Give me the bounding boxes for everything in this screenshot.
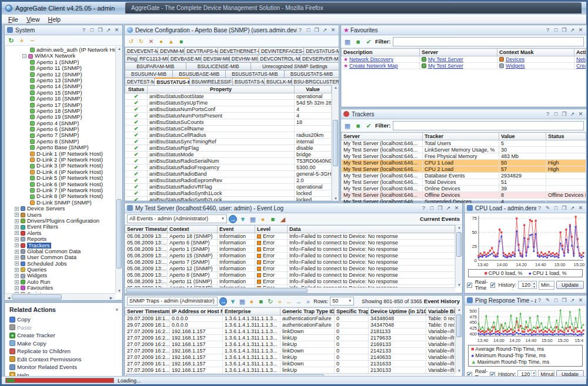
help-icon[interactable]: ?: [420, 205, 427, 211]
table-icon[interactable]: ▦: [238, 297, 246, 306]
expand-icon[interactable]: +: [15, 250, 19, 254]
tree-item[interactable]: Aperto 12 (SNMP): [5, 72, 115, 78]
table-row[interactable]: ★Network DiscoveryMy Test ServerDevicesN…: [342, 56, 586, 63]
float-icon[interactable]: ❐: [313, 27, 320, 33]
save-icon[interactable]: ■: [354, 38, 362, 46]
tab-devinterfaces-mib[interactable]: DEVINTERFACES-MIB: [259, 47, 304, 55]
tree-item[interactable]: admin.web_auth (IP Network Host): [5, 47, 115, 53]
context-link[interactable]: Widgets: [506, 63, 525, 69]
table-row[interactable]: ✔aniBsuStatusRadioVRFlagoperational: [125, 184, 332, 190]
tab-bsusustatus-mib[interactable]: BSUSUSTATUS-MIB: [225, 70, 284, 78]
tab-bsusuinv-mib[interactable]: BSUSUINV-MIB: [125, 70, 173, 78]
table-edit-icon[interactable]: ▦: [343, 122, 352, 130]
table-row[interactable]: ✔aniBsuStatusSysUpTime54d 5h 32m 28sec: [125, 100, 332, 106]
table-row[interactable]: 27.07.2009 16:2...192.168.1.1571.3.6.1.4…: [125, 348, 455, 354]
vertical-scrollbar[interactable]: ▲ ▼: [455, 307, 462, 373]
undo-icon[interactable]: ↺: [127, 37, 135, 45]
table-row[interactable]: 05.08.2009 13:...Aperto 7 (SNMP)Informat…: [125, 259, 455, 266]
context-link[interactable]: Devices: [506, 56, 524, 62]
panel-buttons[interactable]: ?□❐↗✕: [544, 111, 584, 117]
float-icon[interactable]: ❐: [561, 111, 567, 117]
table-row[interactable]: 05.08.2009 13:...Aperto 11 (SNMP)Informa…: [125, 278, 455, 285]
scroll-down-icon[interactable]: ▼: [456, 369, 463, 372]
table-row[interactable]: ✔aniBsuStatusSuCounts18: [125, 119, 332, 126]
table-row[interactable]: 29.07.2009 18:1...0.0.0.01.3.6.1.4.1.311…: [125, 322, 455, 328]
help-icon[interactable]: ?: [81, 27, 87, 33]
panel-buttons[interactable]: ?✎□❐↗✕: [536, 297, 584, 303]
table-row[interactable]: ✔aniBsuStatusRadioEepromRev2.0: [125, 177, 332, 184]
scroll-up-icon[interactable]: ▲: [456, 226, 463, 229]
menu-item-view[interactable]: View: [22, 15, 44, 24]
edit-icon[interactable]: ✎: [544, 205, 551, 211]
tree-item[interactable]: D-Link 7 (IP Network Host): [5, 187, 115, 193]
save-icon[interactable]: ■: [354, 122, 362, 130]
scroll-down-icon[interactable]: ▼: [456, 283, 463, 287]
vertical-scrollbar[interactable]: ▲ ▼: [115, 46, 122, 293]
first-page-icon[interactable]: «: [276, 297, 283, 306]
pie-chart-icon[interactable]: ●: [259, 215, 267, 223]
close-icon[interactable]: ✕: [577, 27, 584, 33]
table-row[interactable]: 05.08.2009 13:...Aperto 12 (SNMP)Informa…: [125, 266, 455, 272]
tree-item[interactable]: Aperto 15 (SNMP): [5, 90, 115, 96]
column-header[interactable]: Variable Bindings: [426, 308, 455, 315]
tab-bsuclk-mib[interactable]: BSUCLK-MIB: [264, 78, 292, 85]
vertical-scrollbar[interactable]: ▲ ▼: [332, 85, 339, 201]
tree-item[interactable]: D-Link 4 (IP Network Host): [5, 169, 115, 175]
expand-icon[interactable]: +: [15, 213, 19, 217]
scroll-right-icon[interactable]: ▶: [108, 296, 115, 300]
table-row[interactable]: ✔aniBsuStatusRadioFrequency5300.00: [125, 165, 332, 171]
action-create-tracker[interactable]: +Create Tracker: [9, 331, 118, 340]
scroll-down-icon[interactable]: ▼: [332, 197, 339, 200]
tree-item[interactable]: Aperto 16 (SNMP): [5, 96, 115, 102]
filter-icon[interactable]: ▼: [229, 297, 236, 306]
table-row[interactable]: ✔aniBsuStatusNumPortsConf4: [125, 106, 332, 113]
float-icon[interactable]: ❐: [561, 297, 567, 303]
rows-dropdown[interactable]: 50▼: [330, 297, 354, 306]
panel-buttons[interactable]: ?□❐↗✕: [81, 27, 120, 33]
expand-icon[interactable]: +: [15, 268, 19, 272]
pin-icon[interactable]: ↗: [445, 205, 452, 211]
table-row[interactable]: 27.07.2009 16:2...192.168.1.1571.3.6.1.4…: [125, 328, 455, 335]
column-header[interactable]: Server: [342, 133, 423, 140]
table-row[interactable]: ✔aniBsuStatusRadioBandgeneral-5-3GHz: [125, 171, 332, 177]
tab-devhw-mib[interactable]: DEVHW-MIB: [229, 55, 259, 62]
table-row[interactable]: My Test Server (localhost:646...Total De…: [342, 179, 586, 186]
table-row[interactable]: My Test Server (localhost:646...Online D…: [342, 186, 586, 192]
expand-icon[interactable]: +: [15, 237, 19, 241]
traps-filter-dropdown[interactable]: SNMP Traps - admin (Administrator)▼: [127, 297, 218, 306]
collapse-all-icon[interactable]: −: [28, 36, 36, 45]
table-row[interactable]: My Test Server (localhost:646...Offline …: [342, 192, 586, 199]
column-header[interactable]: Tracker: [423, 133, 499, 140]
submit-icon[interactable]: →: [229, 215, 237, 223]
table-row[interactable]: 27.07.2009 16:1...192.168.1.1571.3.6.1.4…: [125, 367, 455, 374]
panel-buttons[interactable]: ?✎□❐↗✕: [536, 205, 584, 211]
horizontal-scrollbar[interactable]: ◀ ▶: [5, 293, 115, 300]
tree-item[interactable]: Aperto 1 (SNMP): [5, 59, 115, 65]
help-icon[interactable]: ?: [536, 205, 543, 211]
pin-icon[interactable]: ↗: [569, 205, 576, 211]
table-row[interactable]: 05.08.2009 13:...Aperto 8 (SNMP)Informat…: [125, 272, 455, 278]
float-icon[interactable]: ❐: [97, 27, 103, 33]
scroll-down-icon[interactable]: ▼: [116, 289, 123, 293]
help-icon[interactable]: ?: [536, 297, 543, 303]
column-header[interactable]: Context Mask: [497, 49, 574, 56]
help-icon[interactable]: ?: [297, 27, 303, 33]
column-header[interactable]: Value: [295, 86, 332, 93]
table-row[interactable]: 27.07.2009 16:2...192.168.1.1571.3.6.1.4…: [125, 335, 455, 341]
tab-bsuparam-mib[interactable]: BSUPARAM-MIB: [125, 62, 186, 70]
tree-item[interactable]: −WiMAX Network: [5, 53, 115, 59]
history-checkbox[interactable]: ✔: [490, 283, 496, 288]
title-bar[interactable]: AggreGate Client v4.25.05 - admin AggreG…: [2, 2, 586, 15]
tree-item[interactable]: +Users: [5, 212, 115, 218]
pin-icon[interactable]: ↗: [569, 297, 576, 303]
table-row[interactable]: My Test Server (localhost:646...Database…: [342, 173, 586, 179]
table-row[interactable]: 05.08.2009 13:...Aperto 6 (SNMP)Informat…: [125, 240, 455, 246]
expand-icon[interactable]: +: [15, 280, 19, 284]
table-row[interactable]: My Test Server (localhost:646...CPU 2 Lo…: [342, 166, 586, 173]
scroll-up-icon[interactable]: ▲: [332, 86, 339, 89]
collapse-chevron-icon[interactable]: »: [112, 308, 119, 311]
column-header[interactable]: Server: [420, 49, 497, 56]
expand-icon[interactable]: +: [15, 274, 19, 278]
tree-item[interactable]: Aperto 13 (SNMP): [5, 78, 115, 83]
table-row[interactable]: ✔aniBsuStatusCellName: [125, 126, 332, 132]
